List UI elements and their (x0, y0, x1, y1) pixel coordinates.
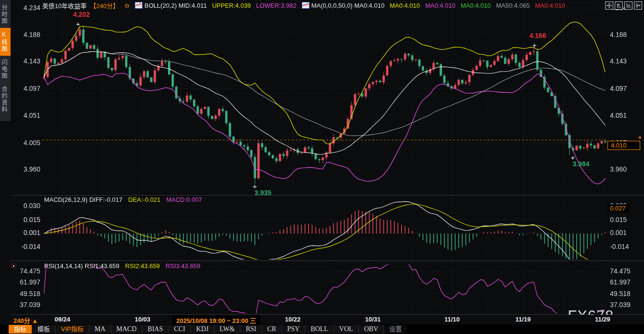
y-axis-label: 4.188 (11, 31, 40, 38)
indicator-readout: RSI3:43.659 (166, 262, 200, 270)
x-axis-label: 11/29 (595, 316, 610, 323)
rsi-pane-header: RSI(14,14,14) RSI1:43.659RSI2:43.659RSI3… (44, 262, 200, 270)
sidebar-tab-闪电图[interactable]: 闪电图 (0, 56, 11, 83)
y-axis-label: 4.143 (610, 57, 627, 65)
sidebar-tab-分时图[interactable]: 分时图 (0, 1, 11, 28)
sidebar-tab-K线图[interactable]: K线图 (0, 28, 11, 56)
y-axis-label: 49.518 (11, 290, 40, 297)
y-axis-label: 3.960 (11, 165, 40, 173)
sidebar: 分时图K线图闪电图合约资料 (0, 0, 11, 315)
indicator-readout: MA0:4.010 (461, 2, 491, 9)
y-axis-label: -0.014 (11, 243, 40, 250)
window-controls (605, 1, 642, 10)
y-axis-label: 0.001 (610, 229, 627, 236)
toolbar-item-MA[interactable]: MA (89, 325, 111, 334)
y-axis-label: 61.997 (11, 278, 40, 286)
toolbar-item-RSI[interactable]: RSI (240, 325, 262, 334)
interval-selector[interactable]: 240分 ▲ (13, 316, 38, 325)
y-axis-label: 74.475 (610, 267, 631, 275)
indicator-readout: RSI(14,14,14) RSI1:43.659 (44, 262, 119, 270)
x-axis-label: 10/03 (135, 316, 151, 323)
toolbar-item-MACD[interactable]: MACD (111, 325, 142, 334)
toolbar-item-BIAS[interactable]: BIAS (142, 325, 168, 334)
sidebar-tab-合约资料[interactable]: 合约资料 (0, 83, 11, 116)
indicator-readout: MA(0,0,0,50,0) MA0:4.010 (311, 2, 384, 9)
toolbar-item-BOLL[interactable]: BOLL (305, 325, 334, 334)
y-axis-label: 61.997 (610, 278, 631, 286)
toolbar-item-KDJ[interactable]: KDJ (191, 325, 214, 334)
indicator-readout: MA0:4.010 (425, 2, 455, 9)
y-axis-label: 74.475 (11, 267, 40, 275)
minus-circle-icon[interactable]: ⊖ (124, 2, 130, 9)
macd-pane-header: MACD(26,12,9) DIFF:-0.017DEA:-0.021MACD:… (44, 196, 202, 203)
y-axis-label: 4.097 (610, 85, 627, 92)
pan-right-icon[interactable] (634, 1, 642, 10)
indicator-readout: LOWER:3.982 (256, 2, 297, 9)
crosshair-date-tooltip: 2025/10/08 19:00 ~ 23:00 三 (172, 315, 261, 325)
x-axis-label: 09/24 (55, 316, 71, 323)
y-axis-label: 4.051 (11, 111, 40, 119)
toolbar-item-设置[interactable]: 设置 (383, 325, 407, 334)
indicator-readout: UPPER:4.039 (212, 2, 251, 9)
y-axis-label: 4.234 (11, 4, 40, 12)
crosshair-icon[interactable] (605, 1, 613, 10)
macd-value-badge: 0.027 (608, 204, 630, 212)
toolbar-item-CR[interactable]: CR (262, 325, 282, 334)
indicator-readout: MA0:4.010 (535, 2, 565, 9)
indicator-readout: MA0:4.010 (390, 2, 420, 9)
y-axis-label: 4.005 (11, 139, 40, 147)
indicator-toolbar: 指标模板VIP指标MAMACDBIASCCIKDJLW&RSICRPSYBOLL… (0, 324, 644, 334)
current-price-badge: 4.010 (608, 141, 640, 150)
indicator-readout: BOLL(20,2) MID:4.011 (144, 2, 207, 9)
toolbar-item-LW&[interactable]: LW& (214, 325, 240, 334)
toolbar-item-VOL[interactable]: VOL (334, 325, 358, 334)
y-axis-label: 3.960 (610, 165, 627, 173)
x-axis-label: 10/31 (365, 316, 381, 323)
pane-separator (11, 260, 644, 261)
y-axis-label: 4.143 (11, 57, 40, 65)
interval-tag: 【240分】 (90, 1, 119, 10)
y-axis-label: 0.015 (11, 216, 40, 223)
axis-zoom-vertical-icon[interactable] (615, 1, 623, 10)
y-axis-label: 49.518 (610, 290, 631, 297)
x-axis-row: 240分 ▲ 2025/10/08 19:00 ~ 23:00 三 09/241… (0, 315, 644, 324)
toolbar-item-模板[interactable]: 模板 (32, 325, 55, 334)
y-axis-label: 4.097 (11, 85, 40, 92)
y-axis-label: 37.039 (11, 301, 40, 309)
price-up-arrow-icon: ▲ (638, 135, 642, 139)
x-axis-label: 11/19 (515, 316, 531, 323)
indicator-readout: MACD:0.007 (166, 196, 202, 203)
y-axis-label: -0.014 (610, 243, 629, 250)
x-axis-label: 11/10 (444, 316, 460, 323)
trading-app: 分时图K线图闪电图合约资料 美债10年收益率 【240分】 ⊖ BOLL(20,… (0, 0, 644, 334)
toolbar-item-PSY[interactable]: PSY (282, 325, 305, 334)
indicator-readout: RSI2:43.659 (125, 262, 160, 270)
pane-separator (11, 195, 644, 196)
page-title: 美债10年收益率 (42, 1, 86, 10)
y-axis-label: 0.015 (610, 216, 627, 223)
toolbar-item-CCI[interactable]: CCI (168, 325, 190, 334)
toolbar-item-OBV[interactable]: OBV (358, 325, 384, 334)
toolbar-item-VIP指标[interactable]: VIP指标 (55, 325, 89, 334)
toolbar-item-指标[interactable]: 指标 (9, 325, 32, 334)
mini-chart-icon (135, 2, 143, 9)
mini-chart-icon (302, 2, 310, 9)
indicator-readout: MACD(26,12,9) DIFF:-0.017 (44, 196, 122, 203)
y-axis-label: 4.051 (610, 111, 627, 119)
y-axis-label: 4.188 (610, 31, 627, 38)
axis-zoom-horizontal-icon[interactable] (624, 1, 632, 10)
y-axis-label: 0.030 (11, 202, 40, 210)
y-axis-label: 0.001 (11, 229, 40, 236)
chart-header: 美债10年收益率 【240分】 ⊖ BOLL(20,2) MID:4.011UP… (42, 0, 582, 11)
x-axis-label: 10/22 (285, 316, 301, 323)
indicator-readout: DEA:-0.021 (128, 196, 160, 203)
indicator-readout: MA50:4.065 (496, 2, 530, 9)
